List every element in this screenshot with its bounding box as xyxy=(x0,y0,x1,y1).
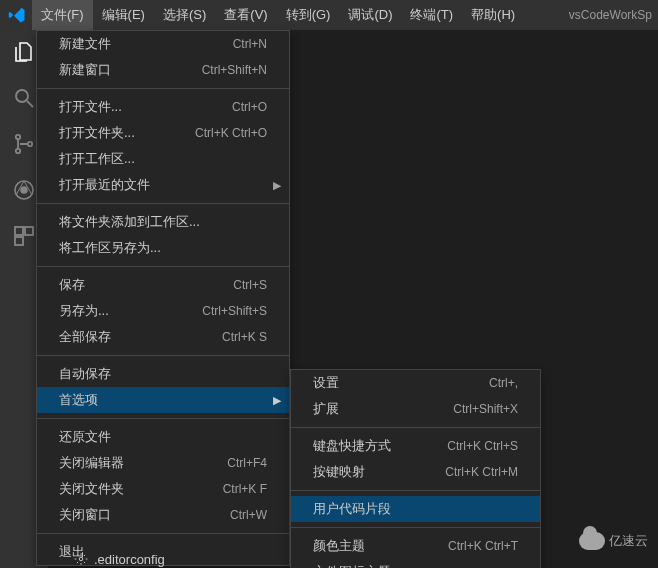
preferences-item[interactable]: 按键映射Ctrl+K Ctrl+M xyxy=(291,459,540,485)
explorer-file-item[interactable]: .editorconfig xyxy=(74,548,165,568)
extensions-icon[interactable] xyxy=(10,222,38,250)
file-menu-item[interactable]: 保存Ctrl+S xyxy=(37,272,289,298)
file-menu-item[interactable]: 打开最近的文件▶ xyxy=(37,172,289,198)
preferences-item[interactable]: 设置Ctrl+, xyxy=(291,370,540,396)
file-menu-item[interactable]: 打开文件...Ctrl+O xyxy=(37,94,289,120)
file-menu-item[interactable]: 关闭文件夹Ctrl+K F xyxy=(37,476,289,502)
menu-item-shortcut: Ctrl+K Ctrl+S xyxy=(447,439,518,453)
menu-item-shortcut: Ctrl+Shift+X xyxy=(453,402,518,416)
svg-rect-6 xyxy=(15,227,23,235)
preferences-item[interactable]: 颜色主题Ctrl+K Ctrl+T xyxy=(291,533,540,559)
file-menu-item[interactable]: 新建窗口Ctrl+Shift+N xyxy=(37,57,289,83)
menu-item-shortcut: Ctrl+K Ctrl+M xyxy=(445,465,518,479)
file-menu-separator xyxy=(37,203,289,204)
menu-item-shortcut: Ctrl+Shift+S xyxy=(202,304,267,318)
menu-帮助(H)[interactable]: 帮助(H) xyxy=(462,0,524,30)
menu-item-shortcut: Ctrl+S xyxy=(233,278,267,292)
file-menu-item[interactable]: 打开工作区... xyxy=(37,146,289,172)
file-menu-separator xyxy=(37,88,289,89)
preferences-separator xyxy=(291,527,540,528)
menu-item-label: 用户代码片段 xyxy=(313,500,518,518)
preferences-separator xyxy=(291,490,540,491)
file-menu-item[interactable]: 关闭编辑器Ctrl+F4 xyxy=(37,450,289,476)
svg-rect-7 xyxy=(25,227,33,235)
file-menu-item[interactable]: 全部保存Ctrl+K S xyxy=(37,324,289,350)
menu-item-label: 关闭窗口 xyxy=(59,506,230,524)
menu-item-label: 关闭编辑器 xyxy=(59,454,227,472)
preferences-item[interactable]: 文件图标主题 xyxy=(291,559,540,568)
menu-item-label: 颜色主题 xyxy=(313,537,448,555)
watermark-text: 亿速云 xyxy=(609,532,648,550)
file-menu-item[interactable]: 自动保存 xyxy=(37,361,289,387)
menu-item-label: 另存为... xyxy=(59,302,202,320)
menu-item-label: 保存 xyxy=(59,276,233,294)
menu-item-shortcut: Ctrl+N xyxy=(233,37,267,51)
preferences-item[interactable]: 键盘快捷方式Ctrl+K Ctrl+S xyxy=(291,433,540,459)
menu-终端(T)[interactable]: 终端(T) xyxy=(401,0,462,30)
menu-item-shortcut: Ctrl+Shift+N xyxy=(202,63,267,77)
chevron-right-icon: ▶ xyxy=(273,179,281,192)
menu-item-shortcut: Ctrl+, xyxy=(489,376,518,390)
file-menu-separator xyxy=(37,266,289,267)
menu-item-label: 将工作区另存为... xyxy=(59,239,267,257)
watermark: 亿速云 xyxy=(579,532,648,550)
file-menu-dropdown: 新建文件Ctrl+N新建窗口Ctrl+Shift+N打开文件...Ctrl+O打… xyxy=(36,30,290,566)
menu-item-label: 打开工作区... xyxy=(59,150,267,168)
file-menu-item[interactable]: 另存为...Ctrl+Shift+S xyxy=(37,298,289,324)
menu-item-label: 按键映射 xyxy=(313,463,445,481)
editorconfig-icon xyxy=(74,552,88,566)
explorer-file-label: .editorconfig xyxy=(94,552,165,567)
file-menu-item[interactable]: 将工作区另存为... xyxy=(37,235,289,261)
menu-item-label: 打开文件夹... xyxy=(59,124,195,142)
preferences-item[interactable]: 用户代码片段 xyxy=(291,496,540,522)
menu-调试(D)[interactable]: 调试(D) xyxy=(339,0,401,30)
menu-item-shortcut: Ctrl+F4 xyxy=(227,456,267,470)
menu-item-label: 扩展 xyxy=(313,400,453,418)
menu-item-label: 关闭文件夹 xyxy=(59,480,223,498)
file-menu-item[interactable]: 还原文件 xyxy=(37,424,289,450)
menu-item-label: 打开文件... xyxy=(59,98,232,116)
svg-point-2 xyxy=(16,149,20,153)
file-menu-item[interactable]: 新建文件Ctrl+N xyxy=(37,31,289,57)
svg-point-3 xyxy=(28,142,32,146)
menu-item-label: 键盘快捷方式 xyxy=(313,437,447,455)
preferences-item[interactable]: 扩展Ctrl+Shift+X xyxy=(291,396,540,422)
preferences-separator xyxy=(291,427,540,428)
menu-item-label: 设置 xyxy=(313,374,489,392)
menubar: 文件(F)编辑(E)选择(S)查看(V)转到(G)调试(D)终端(T)帮助(H)… xyxy=(0,0,658,30)
menu-item-shortcut: Ctrl+O xyxy=(232,100,267,114)
file-menu-separator xyxy=(37,418,289,419)
search-icon[interactable] xyxy=(10,84,38,112)
menu-item-label: 自动保存 xyxy=(59,365,267,383)
svg-point-5 xyxy=(21,187,27,193)
cloud-icon xyxy=(579,532,605,550)
menu-转到(G)[interactable]: 转到(G) xyxy=(277,0,340,30)
svg-point-1 xyxy=(16,135,20,139)
menu-编辑(E)[interactable]: 编辑(E) xyxy=(93,0,154,30)
file-menu-item[interactable]: 将文件夹添加到工作区... xyxy=(37,209,289,235)
debug-icon[interactable] xyxy=(10,176,38,204)
file-menu-item[interactable]: 打开文件夹...Ctrl+K Ctrl+O xyxy=(37,120,289,146)
menu-item-shortcut: Ctrl+K F xyxy=(223,482,267,496)
menu-item-label: 全部保存 xyxy=(59,328,222,346)
chevron-right-icon: ▶ xyxy=(273,394,281,407)
file-menu-separator xyxy=(37,355,289,356)
menu-item-label: 还原文件 xyxy=(59,428,267,446)
menu-item-label: 将文件夹添加到工作区... xyxy=(59,213,267,231)
svg-point-0 xyxy=(16,90,28,102)
source-control-icon[interactable] xyxy=(10,130,38,158)
menu-item-shortcut: Ctrl+K S xyxy=(222,330,267,344)
menu-选择(S)[interactable]: 选择(S) xyxy=(154,0,215,30)
menu-item-shortcut: Ctrl+K Ctrl+O xyxy=(195,126,267,140)
menu-文件(F)[interactable]: 文件(F) xyxy=(32,0,93,30)
menu-item-label: 首选项 xyxy=(59,391,267,409)
menu-item-shortcut: Ctrl+K Ctrl+T xyxy=(448,539,518,553)
window-title: vsCodeWorkSp xyxy=(569,8,658,22)
file-menu-item[interactable]: 关闭窗口Ctrl+W xyxy=(37,502,289,528)
menu-item-label: 文件图标主题 xyxy=(313,563,518,568)
files-icon[interactable] xyxy=(10,38,38,66)
menu-查看(V)[interactable]: 查看(V) xyxy=(215,0,276,30)
file-menu-item[interactable]: 首选项▶ xyxy=(37,387,289,413)
svg-rect-8 xyxy=(15,237,23,245)
menu-item-label: 打开最近的文件 xyxy=(59,176,267,194)
